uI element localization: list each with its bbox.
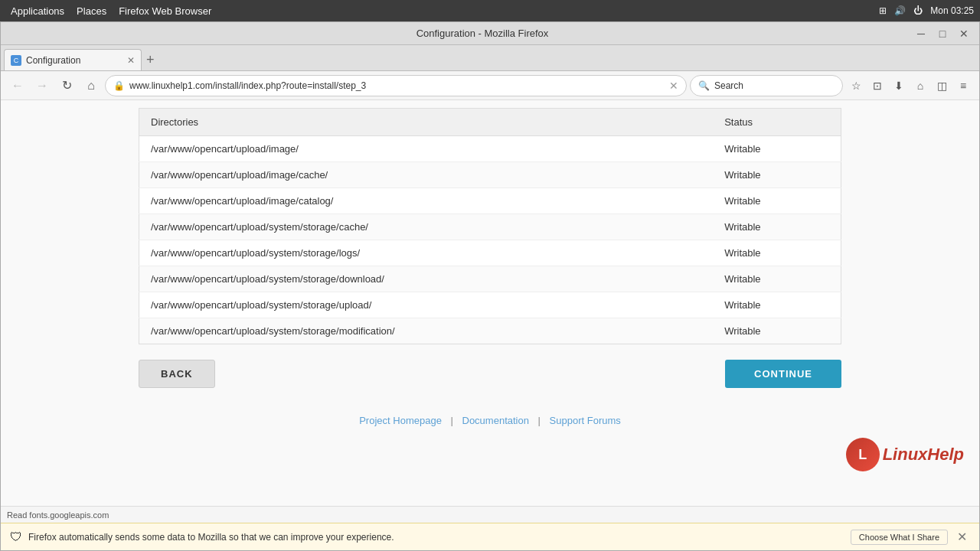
main-content: Directories Status /var/www/opencart/upl… xyxy=(1,100,979,506)
homepage-icon[interactable]: ⌂ xyxy=(910,76,930,96)
status-cell: Writable xyxy=(713,136,841,162)
tab-title: Configuration xyxy=(26,55,122,66)
home-button[interactable]: ⌂ xyxy=(80,75,102,96)
table-row: /var/www/opencart/upload/system/storage/… xyxy=(139,240,841,266)
close-button[interactable]: ✕ xyxy=(955,24,973,43)
window-controls: ─ □ ✕ xyxy=(912,24,973,43)
table-row: /var/www/opencart/upload/system/storage/… xyxy=(139,214,841,240)
notification-close-icon[interactable]: ✕ xyxy=(954,530,970,544)
firefox-window: Configuration - Mozilla Firefox ─ □ ✕ C … xyxy=(0,21,980,551)
pocket-icon[interactable]: ◫ xyxy=(932,76,952,96)
forward-button[interactable]: → xyxy=(31,75,53,96)
url-bar[interactable]: 🔒 www.linuxhelp1.com/install/index.php?r… xyxy=(105,75,687,96)
support-forums-link[interactable]: Support Forums xyxy=(550,415,621,426)
search-bar[interactable]: 🔍 Search xyxy=(690,75,843,96)
tab-close-icon[interactable]: ✕ xyxy=(127,55,135,66)
new-tab-button[interactable]: + xyxy=(142,49,159,70)
dir-cell: /var/www/opencart/upload/system/storage/… xyxy=(139,240,714,266)
dir-cell: /var/www/opencart/upload/system/storage/… xyxy=(139,292,714,318)
table-row: /var/www/opencart/upload/image/ Writable xyxy=(139,136,841,162)
logo-icon: L xyxy=(846,438,880,471)
tab-favicon: C xyxy=(11,55,21,66)
dir-cell: /var/www/opencart/upload/image/cache/ xyxy=(139,162,714,188)
back-button-page[interactable]: BACK xyxy=(139,360,215,388)
applications-menu[interactable]: Applications xyxy=(6,4,69,18)
project-homepage-link[interactable]: Project Homepage xyxy=(359,415,442,426)
download-icon[interactable]: ⬇ xyxy=(889,76,909,96)
title-bar: Configuration - Mozilla Firefox ─ □ ✕ xyxy=(1,22,979,45)
documentation-link[interactable]: Documentation xyxy=(462,415,529,426)
table-row: /var/www/opencart/upload/image/cache/ Wr… xyxy=(139,162,841,188)
maximize-button[interactable]: □ xyxy=(933,24,952,43)
dir-cell: /var/www/opencart/upload/system/storage/… xyxy=(139,318,714,344)
choose-what-share-button[interactable]: Choose What I Share xyxy=(851,530,948,545)
system-bar: Applications Places Firefox Web Browser … xyxy=(0,0,980,21)
content-wrapper: Directories Status /var/www/opencart/upl… xyxy=(1,100,979,344)
table-row: /var/www/opencart/upload/system/storage/… xyxy=(139,318,841,344)
notification-text: Firefox automatically sends some data to… xyxy=(28,532,844,543)
window-title: Configuration - Mozilla Firefox xyxy=(53,28,912,39)
button-row: BACK CONTINUE xyxy=(1,344,979,403)
nav-bar: ← → ↻ ⌂ 🔒 www.linuxhelp1.com/install/ind… xyxy=(1,71,979,100)
table-header-row: Directories Status xyxy=(139,109,841,136)
back-button[interactable]: ← xyxy=(7,75,28,96)
volume-icon: 🔊 xyxy=(894,5,906,16)
table-row: /var/www/opencart/upload/system/storage/… xyxy=(139,292,841,318)
status-cell: Writable xyxy=(713,214,841,240)
page-footer: Project Homepage | Documentation | Suppo… xyxy=(1,403,979,438)
reader-view-icon[interactable]: ⊡ xyxy=(867,76,887,96)
clock: Mon 03:25 xyxy=(930,5,974,16)
system-bar-right: ⊞ 🔊 ⏻ Mon 03:25 xyxy=(879,5,974,16)
status-cell: Writable xyxy=(713,240,841,266)
dir-cell: /var/www/opencart/upload/system/storage/… xyxy=(139,266,714,292)
table-row: /var/www/opencart/upload/image/catalog/ … xyxy=(139,188,841,214)
col-status: Status xyxy=(713,109,841,136)
page-content: Directories Status /var/www/opencart/upl… xyxy=(1,100,979,550)
separator-2: | xyxy=(538,415,541,426)
logo-area: L LinuxHelp xyxy=(1,438,979,479)
dir-cell: /var/www/opencart/upload/image/catalog/ xyxy=(139,188,714,214)
notification-bar: 🛡 Firefox automatically sends some data … xyxy=(1,523,979,550)
url-clear-icon[interactable]: ✕ xyxy=(669,80,678,92)
table-row: /var/www/opencart/upload/system/storage/… xyxy=(139,266,841,292)
search-placeholder: Search xyxy=(714,80,743,91)
status-cell: Writable xyxy=(713,292,841,318)
search-magnifier-icon: 🔍 xyxy=(698,80,710,91)
status-text: Read fonts.googleapis.com xyxy=(7,510,109,520)
notification-icon: 🛡 xyxy=(10,530,22,544)
status-bar: Read fonts.googleapis.com xyxy=(1,506,979,523)
status-cell: Writable xyxy=(713,318,841,344)
network-icon: ⊞ xyxy=(879,5,887,16)
tab-bar: C Configuration ✕ + xyxy=(1,45,979,71)
menu-icon[interactable]: ≡ xyxy=(953,76,973,96)
status-cell: Writable xyxy=(713,188,841,214)
tab-configuration[interactable]: C Configuration ✕ xyxy=(4,49,142,70)
url-text: www.linuxhelp1.com/install/index.php?rou… xyxy=(129,80,665,91)
separator-1: | xyxy=(450,415,452,426)
bookmark-star-icon[interactable]: ☆ xyxy=(846,76,866,96)
logo-text: LinuxHelp xyxy=(883,445,964,465)
continue-button[interactable]: CONTINUE xyxy=(725,360,841,388)
dir-cell: /var/www/opencart/upload/image/ xyxy=(139,136,714,162)
status-cell: Writable xyxy=(713,266,841,292)
nav-icons: ☆ ⊡ ⬇ ⌂ ◫ ≡ xyxy=(846,76,973,96)
col-directories: Directories xyxy=(139,109,714,136)
directories-table: Directories Status /var/www/opencart/upl… xyxy=(139,108,841,344)
minimize-button[interactable]: ─ xyxy=(912,24,930,43)
power-icon: ⏻ xyxy=(913,5,923,16)
dir-cell: /var/www/opencart/upload/system/storage/… xyxy=(139,214,714,240)
url-lock-icon: 🔒 xyxy=(113,80,125,91)
places-menu[interactable]: Places xyxy=(72,4,111,18)
browser-menu[interactable]: Firefox Web Browser xyxy=(114,4,216,18)
reload-button[interactable]: ↻ xyxy=(56,75,77,96)
system-bar-left: Applications Places Firefox Web Browser xyxy=(6,4,216,18)
status-cell: Writable xyxy=(713,162,841,188)
